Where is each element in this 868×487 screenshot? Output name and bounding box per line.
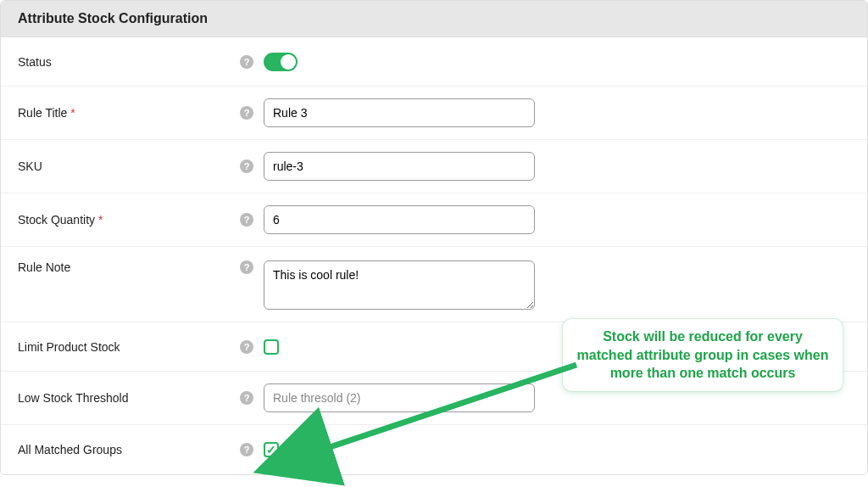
help-col-status: ? [230, 55, 264, 69]
label-rule-title: Rule Title * [18, 106, 230, 120]
label-text-stock-qty: Stock Quantity [18, 213, 95, 227]
control-rule-title [264, 98, 850, 127]
toggle-knob [281, 54, 296, 70]
control-stock-qty [264, 205, 850, 234]
row-all-matched: All Matched Groups ? [1, 425, 867, 474]
help-col-sku: ? [230, 160, 264, 173]
help-col-rule-note: ? [230, 260, 264, 274]
control-rule-note [264, 260, 850, 310]
control-status [264, 53, 850, 71]
required-asterisk: * [98, 213, 103, 227]
label-status: Status [18, 55, 230, 69]
sku-input[interactable] [264, 152, 535, 181]
label-text-sku: SKU [18, 160, 42, 173]
help-icon[interactable]: ? [240, 55, 253, 69]
row-stock-qty: Stock Quantity * ? [1, 193, 867, 247]
label-text-status: Status [18, 55, 52, 69]
label-low-thresh: Low Stock Threshold [18, 391, 230, 405]
help-icon[interactable]: ? [240, 340, 253, 354]
help-col-limit-stock: ? [230, 340, 264, 354]
label-text-limit-stock: Limit Product Stock [18, 340, 120, 354]
row-rule-note: Rule Note ? [1, 247, 867, 322]
all-matched-checkbox[interactable] [264, 442, 279, 457]
status-toggle[interactable] [264, 53, 298, 71]
label-rule-note: Rule Note [18, 260, 230, 274]
stock-qty-input[interactable] [264, 205, 535, 234]
control-all-matched [264, 442, 850, 457]
help-icon[interactable]: ? [240, 391, 253, 405]
row-rule-title: Rule Title * ? [1, 87, 867, 140]
label-text-low-thresh: Low Stock Threshold [18, 391, 128, 405]
control-sku [264, 152, 850, 181]
panel-title: Attribute Stock Configuration [1, 1, 867, 37]
help-icon[interactable]: ? [240, 260, 253, 274]
label-text-all-matched: All Matched Groups [18, 443, 122, 456]
help-icon[interactable]: ? [240, 213, 253, 227]
label-text-rule-note: Rule Note [18, 260, 70, 274]
low-threshold-input[interactable] [264, 383, 535, 412]
rule-title-input[interactable] [264, 98, 535, 127]
help-icon[interactable]: ? [240, 443, 253, 456]
rule-note-textarea[interactable] [264, 260, 535, 310]
required-asterisk: * [70, 106, 75, 120]
help-icon[interactable]: ? [240, 160, 253, 173]
label-sku: SKU [18, 160, 230, 173]
help-icon[interactable]: ? [240, 106, 253, 120]
help-col-all-matched: ? [230, 443, 264, 456]
limit-stock-checkbox[interactable] [264, 339, 279, 355]
config-panel: Attribute Stock Configuration Status ? R… [0, 0, 868, 475]
callout-text: Stock will be reduced for every matched … [577, 329, 829, 380]
label-all-matched: All Matched Groups [18, 443, 230, 456]
label-text-rule-title: Rule Title [18, 106, 67, 120]
tooltip-callout: Stock will be reduced for every matched … [563, 319, 843, 391]
help-col-low-thresh: ? [230, 391, 264, 405]
row-sku: SKU ? [1, 140, 867, 193]
help-col-rule-title: ? [230, 106, 264, 120]
help-col-stock-qty: ? [230, 213, 264, 227]
label-stock-qty: Stock Quantity * [18, 213, 230, 227]
label-limit-stock: Limit Product Stock [18, 340, 230, 354]
row-status: Status ? [1, 37, 867, 87]
